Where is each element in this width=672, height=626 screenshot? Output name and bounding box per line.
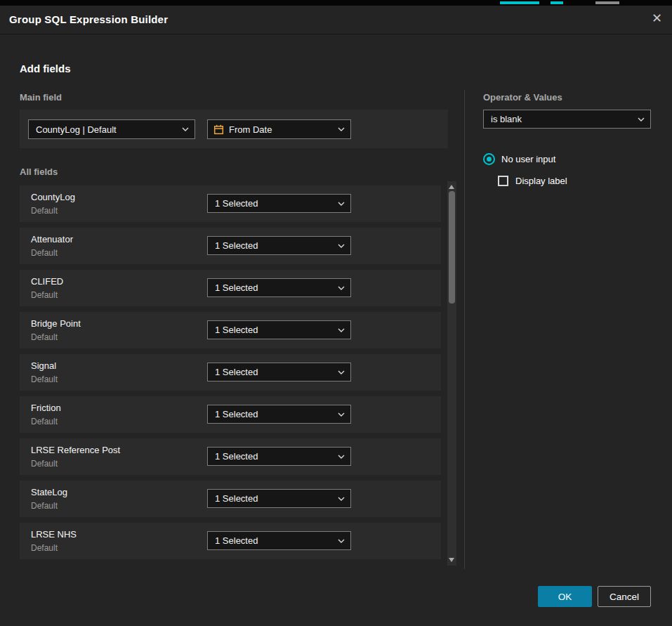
main-field-source-value: CountyLog | Default [29, 124, 182, 135]
operator-value: is blank [484, 114, 638, 124]
chevron-down-icon [338, 497, 345, 501]
group-sql-expression-builder-dialog: Group SQL Expression Builder ✕ Add field… [0, 6, 672, 626]
chevron-down-icon [182, 127, 189, 131]
dialog-title: Group SQL Expression Builder [9, 13, 168, 25]
main-field-panel: CountyLog | Default From Date [20, 110, 448, 148]
field-row: CountyLogDefault1 Selected [20, 185, 441, 222]
scroll-up-arrow-icon[interactable] [449, 185, 454, 189]
field-selected-dropdown[interactable]: 1 Selected [207, 447, 351, 466]
scrollbar-thumb[interactable] [449, 191, 455, 304]
chevron-down-icon [338, 539, 345, 543]
field-selected-value: 1 Selected [208, 282, 338, 293]
field-row: AttenuatorDefault1 Selected [20, 228, 441, 264]
background-fragment [500, 1, 539, 4]
field-name: StateLog [31, 487, 67, 497]
scrollbar[interactable] [447, 181, 456, 566]
field-row: CLIFEDDefault1 Selected [20, 270, 441, 306]
background-fragment [595, 1, 619, 4]
field-row: SignalDefault1 Selected [20, 354, 441, 391]
scroll-down-arrow-icon[interactable] [449, 558, 454, 562]
cancel-button[interactable]: Cancel [598, 586, 651, 607]
chevron-down-icon [338, 286, 345, 290]
background-fragment [551, 1, 563, 4]
field-row: FrictionDefault1 Selected [20, 396, 441, 433]
display-label-checkbox[interactable]: Display label [498, 176, 567, 186]
field-selected-dropdown[interactable]: 1 Selected [207, 278, 351, 297]
no-user-input-label: No user input [501, 154, 555, 164]
display-label-label: Display label [515, 176, 567, 186]
no-user-input-radio[interactable]: No user input [483, 153, 555, 165]
field-row: LRSE NHSDefault1 Selected [20, 523, 441, 559]
vertical-divider [464, 90, 465, 569]
field-name: Friction [31, 403, 61, 413]
calendar-icon [213, 124, 224, 135]
chevron-down-icon [338, 370, 345, 374]
main-field-source-dropdown[interactable]: CountyLog | Default [28, 119, 195, 139]
field-name: CountyLog [31, 192, 75, 202]
all-fields-list: CountyLogDefault1 SelectedAttenuatorDefa… [20, 185, 441, 565]
field-name: LRSE NHS [31, 529, 77, 540]
checkbox-unchecked-icon [498, 176, 508, 186]
radio-selected-icon [483, 153, 495, 165]
field-name: Attenuator [31, 234, 73, 244]
chevron-down-icon [338, 412, 345, 417]
field-row: StateLogDefault1 Selected [20, 481, 441, 517]
operator-values-label: Operator & Values [483, 92, 562, 103]
field-subtitle: Default [31, 543, 58, 553]
field-selected-value: 1 Selected [208, 409, 338, 419]
background-app-strip [0, 0, 672, 6]
add-fields-heading: Add fields [20, 63, 71, 74]
main-field-label: Main field [20, 92, 62, 103]
operator-dropdown[interactable]: is blank [483, 110, 651, 129]
close-icon[interactable]: ✕ [652, 12, 662, 25]
screen: Group SQL Expression Builder ✕ Add field… [0, 0, 672, 626]
field-row: LRSE Reference PostDefault1 Selected [20, 438, 441, 475]
field-subtitle: Default [31, 248, 58, 258]
chevron-down-icon [338, 455, 345, 459]
field-selected-dropdown[interactable]: 1 Selected [207, 194, 351, 213]
field-subtitle: Default [31, 417, 58, 426]
field-selected-value: 1 Selected [208, 325, 338, 335]
chevron-down-icon [338, 127, 345, 131]
main-field-field-value: From Date [224, 124, 338, 135]
field-subtitle: Default [31, 459, 58, 469]
field-name: LRSE Reference Post [31, 445, 120, 455]
field-subtitle: Default [31, 374, 58, 384]
field-selected-value: 1 Selected [208, 198, 338, 209]
field-selected-value: 1 Selected [208, 240, 338, 251]
field-subtitle: Default [31, 206, 58, 216]
chevron-down-icon [638, 117, 645, 122]
field-name: CLIFED [31, 276, 63, 287]
field-subtitle: Default [31, 501, 58, 511]
dialog-titlebar: Group SQL Expression Builder ✕ [0, 6, 672, 34]
field-selected-value: 1 Selected [208, 493, 338, 504]
chevron-down-icon [338, 328, 345, 332]
field-selected-dropdown[interactable]: 1 Selected [207, 531, 351, 550]
field-subtitle: Default [31, 332, 58, 342]
main-field-field-dropdown[interactable]: From Date [207, 119, 351, 139]
field-selected-dropdown[interactable]: 1 Selected [207, 363, 351, 382]
chevron-down-icon [338, 244, 345, 248]
field-selected-value: 1 Selected [208, 367, 338, 377]
field-selected-dropdown[interactable]: 1 Selected [207, 320, 351, 339]
ok-button[interactable]: OK [538, 586, 592, 607]
chevron-down-icon [338, 202, 345, 206]
field-name: Signal [31, 360, 56, 371]
field-selected-dropdown[interactable]: 1 Selected [207, 489, 351, 508]
field-selected-dropdown[interactable]: 1 Selected [207, 405, 351, 424]
field-selected-dropdown[interactable]: 1 Selected [207, 236, 351, 255]
field-row: Bridge PointDefault1 Selected [20, 312, 441, 348]
field-subtitle: Default [31, 290, 58, 300]
field-selected-value: 1 Selected [208, 451, 338, 462]
all-fields-label: All fields [20, 167, 58, 177]
field-selected-value: 1 Selected [208, 535, 338, 546]
field-name: Bridge Point [31, 318, 81, 329]
